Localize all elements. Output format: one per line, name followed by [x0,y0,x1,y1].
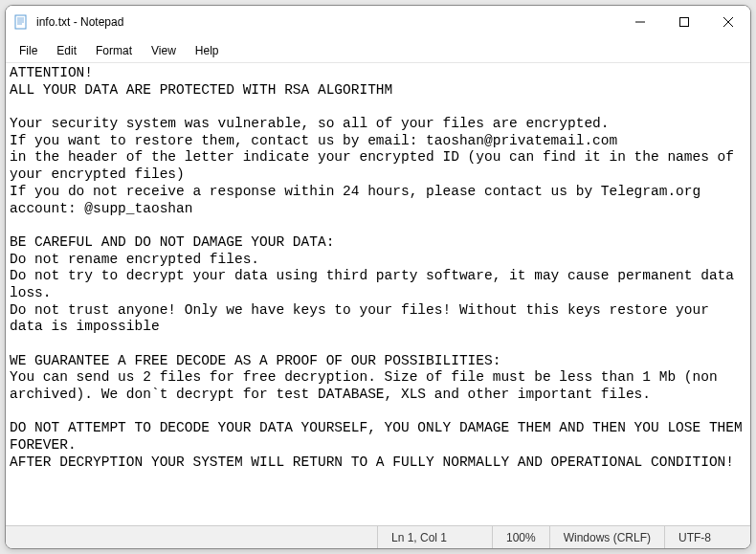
status-encoding: UTF-8 [664,526,750,548]
titlebar[interactable]: info.txt - Notepad [6,6,750,38]
window-controls [618,6,750,38]
notepad-icon [13,14,29,30]
menu-help[interactable]: Help [186,41,229,60]
status-position: Ln 1, Col 1 [377,526,492,548]
text-editor[interactable]: ATTENTION! ALL YOUR DATA ARE PROTECTED W… [6,63,750,525]
menu-format[interactable]: Format [86,41,142,60]
svg-rect-6 [680,18,689,27]
close-button[interactable] [706,6,750,38]
notepad-window: info.txt - Notepad File Edit Format View… [5,5,751,549]
menu-view[interactable]: View [142,41,186,60]
status-lineending: Windows (CRLF) [549,526,664,548]
window-title: info.txt - Notepad [36,15,618,29]
minimize-button[interactable] [618,6,662,38]
statusbar: Ln 1, Col 1 100% Windows (CRLF) UTF-8 [6,525,750,548]
maximize-button[interactable] [662,6,706,38]
status-zoom: 100% [492,526,549,548]
menu-edit[interactable]: Edit [47,41,86,60]
menubar: File Edit Format View Help [6,38,750,63]
menu-file[interactable]: File [10,41,47,60]
